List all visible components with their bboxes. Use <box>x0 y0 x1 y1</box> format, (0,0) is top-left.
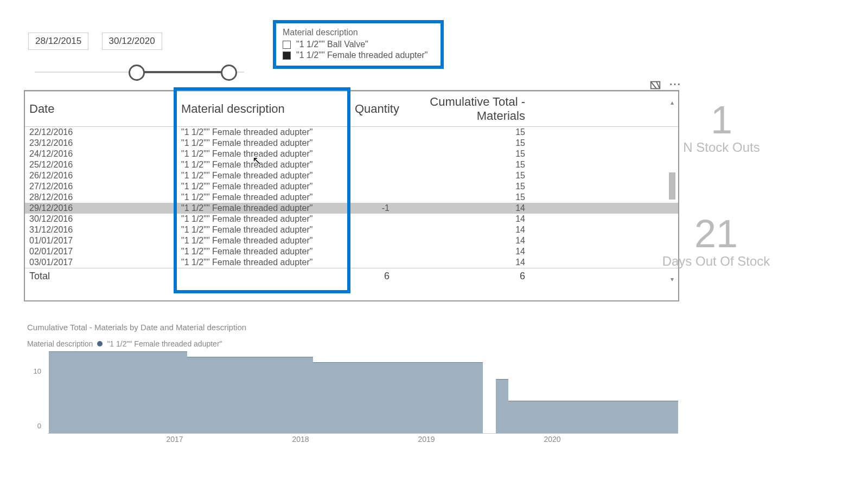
cell-material: "1 1/2"" Female threaded adupter" <box>177 159 350 170</box>
cell-date: 24/12/2016 <box>25 149 177 159</box>
cell-qty: -1 <box>350 203 394 214</box>
slider-handle-end[interactable] <box>221 65 237 81</box>
cell-material: "1 1/2"" Female threaded adupter" <box>177 149 350 159</box>
x-axis: 2017201820192020 <box>49 435 678 444</box>
cell-date: 23/12/2016 <box>25 138 177 149</box>
table-row[interactable]: 28/12/2016"1 1/2"" Female threaded adupt… <box>25 192 678 203</box>
cell-date: 27/12/2016 <box>25 181 177 192</box>
card-days-out: 21 Days Out Of Stock <box>629 211 803 269</box>
cell-date: 25/12/2016 <box>25 159 177 170</box>
legend-series-label: "1 1/2"" Female threaded adupter" <box>107 339 222 348</box>
chart-step <box>496 379 508 434</box>
cell-cum: 15 <box>394 138 529 149</box>
scroll-down-icon[interactable]: ▾ <box>667 275 677 284</box>
cell-cum: 14 <box>394 214 529 224</box>
cell-cum: 14 <box>394 257 529 268</box>
cell-cum: 15 <box>394 149 529 159</box>
cell-cum: 14 <box>394 235 529 246</box>
x-axis-line <box>48 433 678 434</box>
chart-step <box>187 357 313 434</box>
cell-date: 30/12/2016 <box>25 214 177 224</box>
cell-material: "1 1/2"" Female threaded adupter" <box>177 214 350 224</box>
cumulative-chart[interactable]: Cumulative Total - Materials by Date and… <box>27 323 678 444</box>
col-quantity-header[interactable]: Quantity <box>350 92 394 127</box>
cell-date: 03/01/2017 <box>25 257 177 268</box>
cell-date: 26/12/2016 <box>25 170 177 181</box>
cell-material: "1 1/2"" Female threaded adupter" <box>177 224 350 235</box>
material-option-ball-valve[interactable]: "1 1/2"" Ball Valve" <box>283 40 434 49</box>
table-row[interactable]: 03/01/2017"1 1/2"" Female threaded adupt… <box>25 257 678 268</box>
cell-date: 31/12/2016 <box>25 224 177 235</box>
chart-title: Cumulative Total - Materials by Date and… <box>27 323 678 332</box>
chart-bars <box>49 351 678 434</box>
cell-cum: 15 <box>394 159 529 170</box>
cell-date: 02/01/2017 <box>25 246 177 257</box>
cell-qty <box>350 138 394 149</box>
material-option-label: "1 1/2"" Ball Valve" <box>296 40 368 49</box>
legend-marker-icon <box>97 341 103 346</box>
cell-qty <box>350 214 394 224</box>
cell-material: "1 1/2"" Female threaded adupter" <box>177 170 350 181</box>
table-row[interactable]: 01/01/2017"1 1/2"" Female threaded adupt… <box>25 235 678 246</box>
cell-material: "1 1/2"" Female threaded adupter" <box>177 181 350 192</box>
more-options-icon[interactable] <box>669 79 681 91</box>
chart-step <box>508 401 678 434</box>
focus-mode-icon[interactable] <box>649 79 661 91</box>
card-days-value: 21 <box>629 211 803 256</box>
table-row[interactable]: 30/12/2016"1 1/2"" Female threaded adupt… <box>25 214 678 224</box>
cell-cum: 15 <box>394 127 529 138</box>
table-header-row: Date Material description Quantity Cumul… <box>25 92 678 127</box>
col-date-header[interactable]: Date <box>25 92 177 127</box>
table-row[interactable]: 22/12/2016"1 1/2"" Female threaded adupt… <box>25 127 678 138</box>
cell-qty <box>350 224 394 235</box>
checkbox-icon[interactable] <box>283 41 291 49</box>
total-label: Total <box>25 268 177 285</box>
table-row[interactable]: 29/12/2016"1 1/2"" Female threaded adupt… <box>25 203 678 214</box>
checkbox-filled-icon[interactable] <box>283 52 291 60</box>
cell-qty <box>350 127 394 138</box>
cell-date: 01/01/2017 <box>25 235 177 246</box>
x-tick: 2017 <box>166 435 183 444</box>
cell-qty <box>350 159 394 170</box>
cell-material: "1 1/2"" Female threaded adupter" <box>177 127 350 138</box>
chart-plot-area[interactable]: 010 2017201820192020 <box>27 351 678 444</box>
col-cumulative-header[interactable]: Cumulative Total - Materials <box>394 92 529 127</box>
col-material-header[interactable]: Material description <box>177 92 350 127</box>
table-row[interactable]: 27/12/2016"1 1/2"" Female threaded adupt… <box>25 181 678 192</box>
date-slider[interactable] <box>28 62 251 84</box>
chart-legend: Material description "1 1/2"" Female thr… <box>27 339 678 348</box>
cell-qty <box>350 246 394 257</box>
cell-cum: 15 <box>394 170 529 181</box>
cell-date: 28/12/2016 <box>25 192 177 203</box>
scroll-thumb[interactable] <box>669 172 675 200</box>
cell-qty <box>350 257 394 268</box>
cell-qty <box>350 235 394 246</box>
table-row[interactable]: 26/12/2016"1 1/2"" Female threaded adupt… <box>25 170 678 181</box>
material-option-label: "1 1/2"" Female threaded adupter" <box>296 50 427 60</box>
date-start-input[interactable]: 28/12/2015 <box>28 33 88 50</box>
visual-header <box>649 79 681 91</box>
total-cum: 6 <box>394 268 529 285</box>
date-range-slicer[interactable]: 28/12/2015 30/12/2020 <box>28 33 251 84</box>
table-row[interactable]: 24/12/2016"1 1/2"" Female threaded adupt… <box>25 149 678 159</box>
cell-qty <box>350 149 394 159</box>
chart-step <box>313 362 483 434</box>
total-qty: 6 <box>350 268 394 285</box>
card-stockouts-label: N Stock Outs <box>640 140 803 155</box>
date-end-input[interactable]: 30/12/2020 <box>102 33 162 50</box>
table-row[interactable]: 02/01/2017"1 1/2"" Female threaded adupt… <box>25 246 678 257</box>
material-slicer[interactable]: Material description "1 1/2"" Ball Valve… <box>273 20 444 69</box>
materials-table[interactable]: Date Material description Quantity Cumul… <box>24 90 679 301</box>
cell-date: 29/12/2016 <box>25 203 177 214</box>
card-stockouts-value: 1 <box>640 98 803 142</box>
table-row[interactable]: 23/12/2016"1 1/2"" Female threaded adupt… <box>25 138 678 149</box>
table-total-row: Total 6 6 <box>25 268 678 285</box>
slider-handle-start[interactable] <box>129 65 145 81</box>
card-days-label: Days Out Of Stock <box>629 254 803 269</box>
card-stockouts: 1 N Stock Outs <box>640 98 803 155</box>
cell-qty <box>350 181 394 192</box>
table-row[interactable]: 25/12/2016"1 1/2"" Female threaded adupt… <box>25 159 678 170</box>
table-row[interactable]: 31/12/2016"1 1/2"" Female threaded adupt… <box>25 224 678 235</box>
legend-field-label: Material description <box>27 339 93 348</box>
material-option-female-adapter[interactable]: "1 1/2"" Female threaded adupter" <box>283 50 434 60</box>
